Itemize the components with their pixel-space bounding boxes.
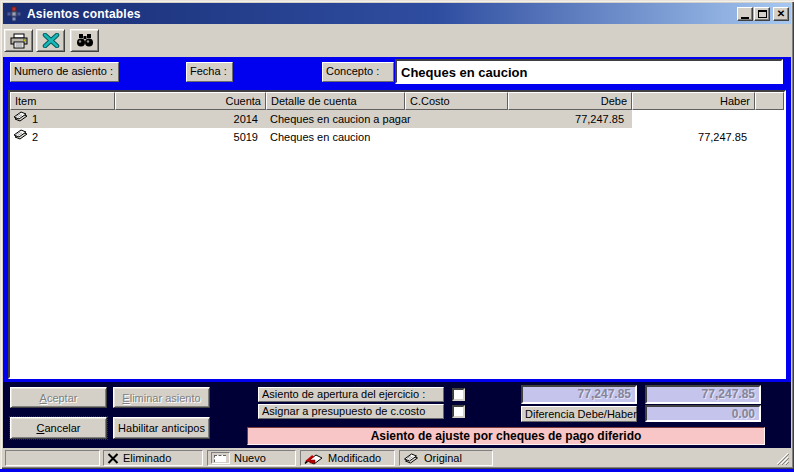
find-button[interactable] — [70, 29, 99, 52]
status-panel-empty — [5, 450, 100, 466]
diferencia-field: 0.00 — [645, 405, 761, 422]
eliminar-asiento-button[interactable]: Eliminar asiento — [113, 387, 210, 408]
table-row-1-item[interactable]: 1 — [10, 110, 115, 128]
table-row-1-haber[interactable] — [632, 110, 755, 128]
numero-asiento-label: Numero de asiento : — [10, 62, 119, 82]
minimize-icon — [741, 17, 749, 19]
column-header-haber[interactable]: Haber — [632, 92, 755, 110]
table-row-2-item[interactable]: 2 — [10, 128, 115, 146]
x-mark-icon — [107, 453, 119, 464]
apertura-ejercicio-checkbox[interactable] — [452, 388, 465, 401]
writing-hand-icon — [304, 452, 324, 465]
minimize-button[interactable] — [737, 7, 753, 21]
column-header-item[interactable]: Item — [10, 92, 115, 110]
column-header-detalle[interactable]: Detalle de cuenta — [266, 92, 405, 110]
maximize-icon — [758, 10, 767, 18]
maximize-button[interactable] — [754, 7, 770, 21]
column-header-cuenta[interactable]: Cuenta — [115, 92, 266, 110]
ajuste-cheques-banner: Asiento de ajuste por cheques de pago di… — [247, 427, 765, 445]
total-debe-field: 77,247.85 — [521, 385, 637, 404]
concepto-label: Concepto : — [322, 62, 394, 82]
excel-export-icon — [41, 33, 61, 48]
table-row-2-haber[interactable]: 77,247.85 — [632, 128, 755, 146]
new-sheet-icon — [211, 452, 230, 464]
aceptar-button[interactable]: Aceptar — [10, 387, 107, 408]
column-header-debe[interactable]: Debe — [508, 92, 632, 110]
cancelar-button[interactable]: Cancelar — [10, 417, 107, 439]
table-row-1-debe[interactable]: 77,247.85 — [508, 110, 632, 128]
table-row-1-detalle[interactable]: Cheques en caucion a pagar — [266, 110, 508, 128]
column-header-filler — [755, 92, 784, 110]
hand-cards-icon — [13, 128, 29, 146]
resize-grip-icon[interactable] — [776, 452, 789, 465]
status-bar: Eliminado Nuevo Modificado Original — [3, 448, 791, 467]
presupuesto-ccosto-label: Asignar a presupuesto de c.costo — [258, 404, 444, 419]
binoculars-find-icon — [76, 33, 94, 48]
asientos-contables-window: Asientos contables ✕ — [0, 0, 794, 469]
presupuesto-ccosto-checkbox[interactable] — [452, 405, 465, 418]
table-row-2-debe[interactable] — [508, 128, 632, 146]
fecha-label: Fecha : — [186, 62, 233, 82]
hand-cards-icon — [403, 452, 420, 465]
app-icon — [6, 6, 22, 22]
entry-frame: Numero de asiento : 316 Fecha : 06/03/20… — [3, 57, 791, 382]
export-excel-button[interactable] — [36, 29, 65, 52]
print-button[interactable] — [4, 29, 33, 52]
concepto-field[interactable]: Cheques en caucion — [395, 59, 783, 84]
window-title: Asientos contables — [27, 7, 141, 21]
titlebar[interactable]: Asientos contables ✕ — [3, 3, 791, 24]
status-legend-nuevo: Nuevo — [207, 450, 296, 466]
column-header-ccosto[interactable]: C.Costo — [405, 92, 508, 110]
printer-icon — [9, 33, 29, 49]
habilitar-anticipos-button[interactable]: Habilitar anticipos — [113, 417, 210, 439]
apertura-ejercicio-label: Asiento de apertura del ejercicio : — [258, 387, 444, 402]
table-row-1-cuenta[interactable]: 2014 — [115, 110, 266, 128]
footer-panel: Aceptar Eliminar asiento Cancelar Habili… — [3, 382, 791, 448]
hand-cards-icon — [13, 110, 29, 128]
diferencia-label: Diferencia Debe/Haber : — [521, 406, 637, 422]
total-haber-field: 77,247.85 — [645, 385, 761, 404]
status-legend-original: Original — [399, 450, 493, 466]
entries-grid[interactable]: Item Cuenta Detalle de cuenta C.Costo De… — [8, 90, 786, 379]
table-row-2-detalle[interactable]: Cheques en caucion — [266, 128, 508, 146]
close-button[interactable]: ✕ — [773, 7, 789, 21]
status-legend-modificado: Modificado — [300, 450, 395, 466]
status-legend-eliminado: Eliminado — [103, 450, 203, 466]
table-row-2-cuenta[interactable]: 5019 — [115, 128, 266, 146]
